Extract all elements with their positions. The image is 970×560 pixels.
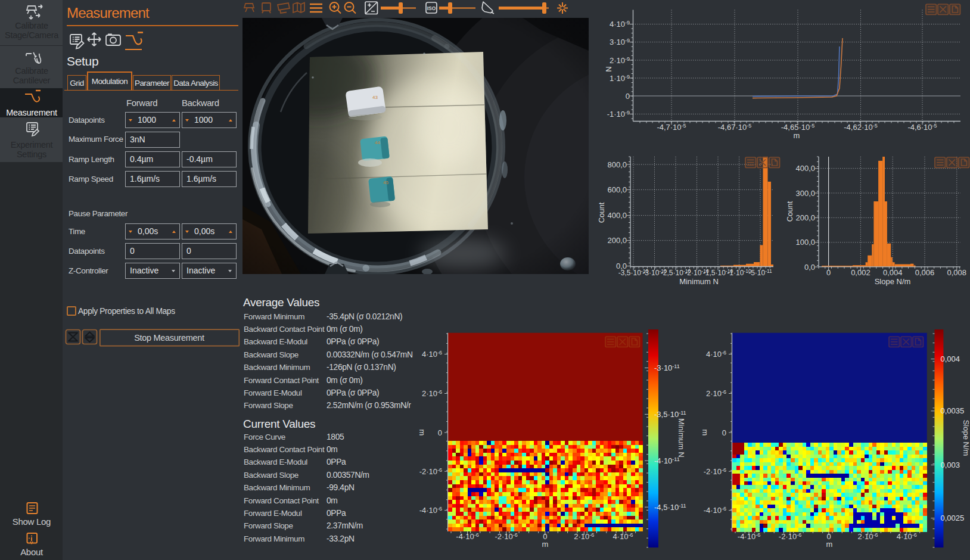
svg-text:0,0: 0,0	[804, 263, 815, 272]
svg-text:Slope N/m: Slope N/m	[875, 277, 911, 286]
svg-text:-5·10-11: -5·10-11	[748, 268, 772, 277]
svg-text:m: m	[701, 430, 710, 436]
svg-text:400,0: 400,0	[795, 164, 815, 173]
svg-text:-4·10-11: -4·10-11	[654, 456, 680, 465]
svg-text:-4,5·10-11: -4,5·10-11	[654, 503, 686, 512]
svg-text:3·10-9: 3·10-9	[610, 38, 630, 46]
svg-text:4·10-9: 4·10-9	[610, 20, 630, 29]
svg-text:2·10-6: 2·10-6	[574, 532, 594, 541]
svg-text:-4,65·10-5: -4,65·10-5	[781, 123, 814, 132]
svg-text:-4,6·10-5: -4,6·10-5	[907, 123, 937, 132]
svg-text:m: m	[826, 540, 833, 549]
svg-text:ISO: ISO	[427, 5, 436, 11]
svg-text:-1·10-10: -1·10-10	[727, 268, 751, 277]
svg-text:-2·10-6: -2·10-6	[495, 532, 517, 541]
svg-text:4·10-6: 4·10-6	[897, 532, 917, 541]
svg-text:4·10-6: 4·10-6	[706, 350, 726, 359]
svg-text:About: About	[20, 547, 43, 557]
svg-text:-3,5·10-11: -3,5·10-11	[654, 410, 686, 419]
svg-text:0,006: 0,006	[915, 268, 935, 277]
svg-text:-4·10-6: -4·10-6	[704, 506, 726, 515]
svg-text:Cantilever: Cantilever	[13, 76, 51, 85]
svg-text:-4·10-6: -4·10-6	[738, 532, 760, 541]
svg-text:Settings: Settings	[17, 150, 46, 159]
svg-text:2·10-6: 2·10-6	[858, 532, 878, 541]
svg-text:0,008: 0,008	[947, 268, 967, 277]
svg-text:-4,7·10-5: -4,7·10-5	[657, 123, 686, 132]
svg-text:-1·10-9: -1·10-9	[607, 110, 630, 119]
svg-text:0: 0	[722, 428, 726, 437]
svg-text:N: N	[604, 66, 613, 71]
svg-text:800,0: 800,0	[607, 160, 627, 169]
svg-text:Stage/Camera: Stage/Camera	[5, 30, 59, 40]
svg-text:0,003: 0,003	[941, 461, 960, 469]
svg-text:0,004: 0,004	[883, 268, 903, 277]
svg-text:2·10-6: 2·10-6	[706, 389, 726, 398]
svg-text:Calibrate: Calibrate	[15, 66, 48, 76]
svg-text:-4,67·10-5: -4,67·10-5	[718, 123, 751, 132]
svg-text:1·10-9: 1·10-9	[610, 74, 630, 83]
svg-text:-4,62·10-5: -4,62·10-5	[844, 123, 877, 132]
svg-text:0,002: 0,002	[851, 268, 870, 277]
svg-text:300,0: 300,0	[795, 189, 815, 198]
svg-text:0,0025: 0,0025	[941, 514, 965, 522]
svg-text:Count: Count	[597, 202, 606, 223]
svg-text:-3·10-11: -3·10-11	[654, 363, 680, 372]
svg-text:2·10-9: 2·10-9	[610, 56, 630, 65]
svg-text:m: m	[794, 131, 800, 140]
svg-text:Slope N/m: Slope N/m	[962, 420, 970, 456]
svg-text:Count: Count	[786, 201, 794, 222]
svg-text:0,004: 0,004	[941, 354, 960, 363]
svg-text:m: m	[542, 540, 549, 549]
svg-text:-2·10-6: -2·10-6	[704, 467, 726, 476]
svg-text:400,0: 400,0	[607, 211, 627, 220]
svg-text:-2·10-6: -2·10-6	[779, 532, 801, 541]
svg-text:0,0035: 0,0035	[941, 406, 965, 415]
svg-text:Calibrate: Calibrate	[15, 21, 48, 30]
svg-text:0: 0	[626, 92, 630, 101]
svg-text:200,0: 200,0	[607, 236, 627, 245]
svg-text:Minimum N: Minimum N	[677, 418, 686, 458]
svg-text:0: 0	[826, 268, 831, 277]
svg-text:4·10-6: 4·10-6	[613, 532, 633, 541]
svg-text:Experiment: Experiment	[11, 140, 53, 150]
svg-text:Minimum N: Minimum N	[679, 277, 719, 286]
svg-text:-4·10-6: -4·10-6	[456, 532, 478, 541]
svg-text:600,0: 600,0	[607, 185, 627, 194]
svg-text:200,0: 200,0	[795, 213, 815, 222]
svg-text:100,0: 100,0	[795, 238, 815, 247]
